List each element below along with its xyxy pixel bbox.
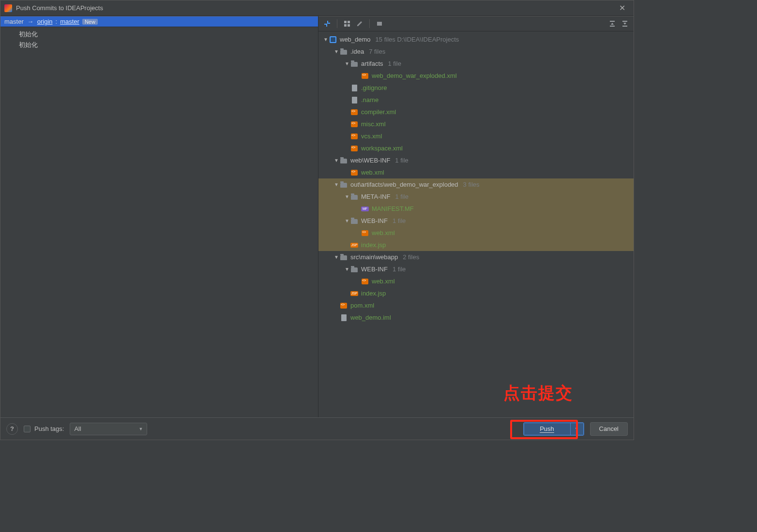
arrow-right-icon: →: [27, 18, 34, 25]
tree-label: compiler.xml: [361, 108, 396, 116]
tree-label: pom.xml: [350, 302, 374, 309]
commit-item[interactable]: 初始化: [0, 29, 318, 40]
chevron-down-icon[interactable]: ▼: [344, 194, 350, 199]
annotation-text: 点击提交: [503, 382, 573, 404]
manifest-file-icon: MF: [361, 205, 369, 213]
svg-rect-3: [348, 24, 350, 27]
collapse-all-icon[interactable]: [620, 19, 630, 29]
tree-label: vcs.xml: [361, 133, 382, 140]
remote-name[interactable]: origin: [37, 18, 53, 25]
edit-icon[interactable]: [355, 19, 364, 29]
tree-row[interactable]: ▼workspace.xml: [318, 142, 634, 154]
tree-label: WEB-INF: [361, 266, 388, 273]
tree-row[interactable]: ▼web_demo15 files D:\IDEA\IDEAProjects: [318, 33, 634, 45]
folder-icon: [340, 253, 348, 261]
tree-meta: 2 files: [403, 253, 419, 261]
tree-meta: 1 file: [393, 266, 406, 273]
tree-row[interactable]: ▼.gitignore: [318, 82, 634, 94]
push-tags-label: Push tags:: [34, 425, 64, 432]
svg-rect-8: [622, 26, 627, 27]
chevron-down-icon[interactable]: ▼: [344, 61, 350, 66]
push-button[interactable]: Push: [524, 423, 570, 435]
jsp-file-icon: JSP: [350, 241, 358, 249]
collapse-icon[interactable]: [375, 19, 384, 29]
tree-row[interactable]: ▼compiler.xml: [318, 106, 634, 118]
tree-row[interactable]: ▼web_demo_war_exploded.xml: [318, 70, 634, 82]
chevron-down-icon[interactable]: ▼: [333, 254, 340, 260]
tree-label: out\artifacts\web_demo_war_exploded: [350, 181, 458, 188]
branch-colon: :: [56, 18, 58, 25]
svg-rect-1: [348, 21, 350, 23]
help-button[interactable]: ?: [6, 423, 18, 435]
branches-pane: master → origin : master New 初始化初始化: [0, 16, 318, 417]
remote-branch[interactable]: master: [60, 18, 79, 25]
chevron-down-icon[interactable]: ▼: [322, 37, 329, 42]
tree-row[interactable]: ▼JSPindex.jsp: [318, 287, 634, 299]
push-tags-dropdown[interactable]: All ▼: [70, 423, 147, 435]
chevron-down-icon[interactable]: ▼: [333, 182, 340, 187]
tree-row[interactable]: ▼artifacts1 file: [318, 58, 634, 70]
tree-label: web_demo.iml: [350, 314, 391, 321]
tree-row[interactable]: ▼web.xml: [318, 166, 634, 178]
tree-row[interactable]: ▼.idea7 files: [318, 45, 634, 58]
folder-icon: [350, 193, 358, 201]
chevron-down-icon[interactable]: ▼: [333, 49, 340, 54]
xml-file-icon: [340, 302, 348, 310]
tree-label: index.jsp: [361, 241, 386, 249]
tree-meta: 3 files: [463, 181, 480, 188]
folder-icon: [340, 48, 348, 56]
group-by-icon[interactable]: [342, 19, 352, 29]
tree-row[interactable]: ▼misc.xml: [318, 118, 634, 130]
changes-tree[interactable]: ▼web_demo15 files D:\IDEA\IDEAProjects▼.…: [318, 31, 634, 417]
tree-row[interactable]: ▼WEB-INF1 file: [318, 263, 634, 275]
tree-row[interactable]: ▼vcs.xml: [318, 130, 634, 142]
changes-toolbar: [318, 16, 634, 31]
tree-label: web_demo_war_exploded.xml: [372, 72, 457, 79]
push-tags-checkbox[interactable]: [24, 426, 30, 432]
chevron-down-icon[interactable]: ▼: [333, 158, 340, 163]
window-title: Push Commits to IDEAProjects: [16, 4, 103, 12]
tree-row[interactable]: ▼JSPindex.jsp: [318, 239, 634, 251]
tree-label: workspace.xml: [361, 145, 403, 152]
tree-row[interactable]: ▼web_demo.iml: [318, 311, 634, 324]
changes-pane: ▼web_demo15 files D:\IDEA\IDEAProjects▼.…: [318, 16, 634, 417]
tree-label: artifacts: [361, 60, 383, 67]
close-icon[interactable]: ✕: [614, 0, 630, 16]
xml-file-icon: [361, 278, 369, 285]
chevron-down-icon[interactable]: ▼: [344, 266, 350, 272]
tree-row[interactable]: ▼src\main\webapp2 files: [318, 251, 634, 263]
xml-file-icon: [350, 108, 358, 116]
svg-rect-6: [610, 26, 615, 27]
bottom-bar: ? Push tags: All ▼ Push ▼ Cancel: [0, 417, 634, 440]
tree-row[interactable]: ▼web.xml: [318, 227, 634, 239]
tree-row[interactable]: ▼out\artifacts\web_demo_war_exploded3 fi…: [318, 178, 634, 191]
cancel-button[interactable]: Cancel: [590, 422, 628, 436]
folder-icon: [340, 181, 348, 189]
tree-meta: 7 files: [369, 48, 385, 55]
tree-row[interactable]: ▼pom.xml: [318, 299, 634, 311]
tree-row[interactable]: ▼MFMANIFEST.MF: [318, 203, 634, 215]
chevron-down-icon[interactable]: ▼: [344, 218, 350, 223]
tree-row[interactable]: ▼WEB-INF1 file: [318, 215, 634, 227]
xml-file-icon: [350, 145, 358, 152]
app-icon: [4, 4, 12, 12]
commit-item[interactable]: 初始化: [0, 40, 318, 50]
tree-meta: 1 file: [393, 217, 406, 224]
tree-row[interactable]: ▼web.xml: [318, 275, 634, 287]
tree-label: web.xml: [372, 229, 395, 236]
tree-row[interactable]: ▼web\WEB-INF1 file: [318, 154, 634, 166]
xml-file-icon: [361, 72, 369, 80]
push-dropdown-arrow[interactable]: ▼: [570, 423, 584, 435]
tree-label: .name: [361, 96, 378, 103]
push-tags-value: All: [74, 425, 81, 432]
expand-all-icon[interactable]: [607, 19, 617, 29]
new-badge: New: [82, 19, 98, 25]
tree-label: src\main\webapp: [350, 253, 398, 261]
commit-list: 初始化初始化: [0, 27, 318, 52]
xml-file-icon: [361, 229, 369, 237]
diff-preview-icon[interactable]: [322, 19, 332, 29]
tree-row[interactable]: ▼META-INF1 file: [318, 191, 634, 203]
svg-rect-2: [344, 24, 347, 27]
tree-row[interactable]: ▼.name: [318, 94, 634, 106]
branch-row[interactable]: master → origin : master New: [0, 16, 318, 27]
